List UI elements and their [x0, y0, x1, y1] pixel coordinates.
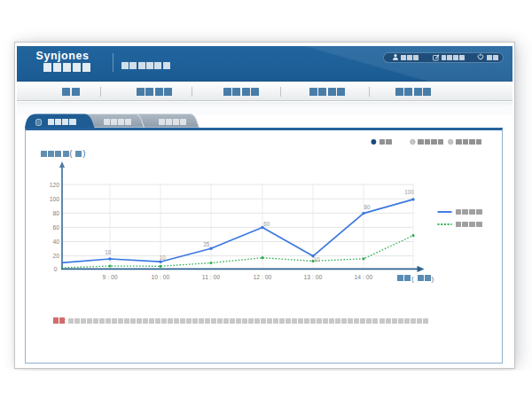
svg-text:14 : 00: 14 : 00	[355, 274, 373, 280]
svg-text:100: 100	[50, 196, 59, 202]
svg-text:18: 18	[105, 249, 112, 255]
svg-text:11 : 00: 11 : 00	[202, 274, 221, 280]
svg-text:(: (	[70, 149, 73, 158]
svg-text:60: 60	[53, 224, 60, 231]
svg-text:): )	[432, 275, 434, 283]
svg-text:80: 80	[364, 204, 371, 210]
svg-text:10 : 00: 10 : 00	[152, 274, 170, 280]
svg-text:120: 120	[50, 182, 59, 188]
svg-text:10: 10	[160, 254, 167, 261]
svg-text:60: 60	[263, 221, 270, 227]
svg-text:100: 100	[404, 189, 414, 195]
svg-text:9 : 00: 9 : 00	[102, 274, 117, 280]
svg-text:35: 35	[203, 241, 210, 247]
svg-text:10: 10	[313, 256, 320, 262]
svg-text:12 : 00: 12 : 00	[254, 274, 272, 280]
svg-text:80: 80	[53, 210, 60, 216]
svg-text:0: 0	[54, 266, 58, 272]
svg-text:13 : 00: 13 : 00	[304, 274, 323, 280]
svg-text:(: (	[411, 275, 414, 283]
svg-text:20: 20	[53, 253, 60, 259]
svg-text:): )	[83, 149, 86, 158]
svg-text:40: 40	[53, 239, 60, 245]
